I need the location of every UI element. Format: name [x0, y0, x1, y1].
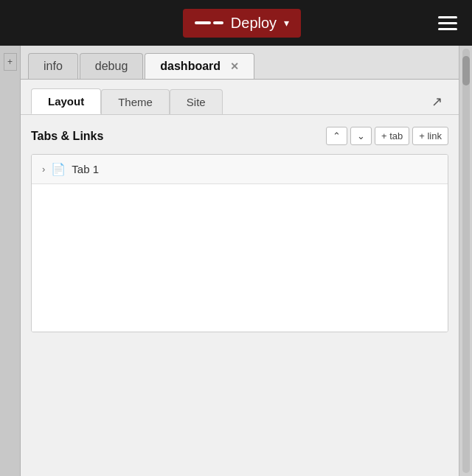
tabs-links-header: Tabs & Links ⌃ ⌄ + tab + link — [31, 127, 448, 145]
tab-info[interactable]: info — [28, 53, 78, 79]
add-link-button[interactable]: + link — [412, 127, 448, 145]
navbar: Deploy ▾ — [0, 0, 472, 46]
external-link-button[interactable]: ↗ — [426, 91, 448, 113]
add-tab-label: + tab — [381, 130, 403, 141]
sub-tab-layout-label: Layout — [48, 95, 84, 108]
inner-panel: Layout Theme Site ↗ Tabs & Links — [21, 80, 459, 476]
move-down-button[interactable]: ⌄ — [350, 127, 372, 145]
sub-tab-site[interactable]: Site — [170, 89, 223, 114]
sub-tab-layout[interactable]: Layout — [31, 88, 101, 114]
hamburger-menu-button[interactable] — [435, 13, 460, 33]
main-container: + info debug dashboard ✕ Layout — [0, 46, 472, 476]
chevron-up-icon: ⌃ — [333, 130, 341, 141]
deploy-label: Deploy — [231, 15, 277, 32]
navbar-center: Deploy ▾ — [183, 9, 301, 38]
right-sidebar-strip — [459, 46, 472, 476]
move-up-button[interactable]: ⌃ — [326, 127, 347, 145]
external-link-icon: ↗ — [431, 94, 442, 109]
sub-tab-site-label: Site — [187, 96, 206, 108]
tab-debug-label: debug — [95, 60, 128, 72]
deploy-logo-icon — [195, 21, 223, 24]
hamburger-line — [438, 28, 457, 30]
tabs-links-section: Tabs & Links ⌃ ⌄ + tab + link — [21, 115, 459, 340]
chevron-right-icon: › — [42, 164, 45, 175]
add-link-label: + link — [419, 130, 442, 141]
page-icon: 📄 — [51, 162, 66, 176]
hamburger-line — [438, 22, 457, 24]
scrollbar-track[interactable] — [462, 49, 470, 473]
deploy-button[interactable]: Deploy ▾ — [183, 9, 301, 38]
tab-list-item-label: Tab 1 — [72, 163, 99, 175]
tab-bar: info debug dashboard ✕ — [21, 46, 459, 80]
sub-tab-theme-label: Theme — [118, 96, 153, 108]
chevron-down-icon: ▾ — [284, 17, 289, 29]
left-panel-toggle[interactable]: + — [4, 53, 17, 71]
tab-list-container: › 📄 Tab 1 — [31, 154, 448, 332]
tab-list-body — [32, 184, 448, 332]
tab-dashboard-label: dashboard — [160, 60, 221, 72]
add-tab-button[interactable]: + tab — [375, 127, 409, 145]
tabs-links-controls: ⌃ ⌄ + tab + link — [326, 127, 448, 145]
left-sidebar-strip: + — [0, 46, 21, 476]
tab-dashboard[interactable]: dashboard ✕ — [145, 53, 254, 79]
sub-tab-theme[interactable]: Theme — [101, 89, 170, 114]
hamburger-line — [438, 16, 457, 18]
sub-tab-bar: Layout Theme Site ↗ — [21, 80, 459, 115]
tab-info-label: info — [44, 60, 63, 72]
scrollbar-thumb[interactable] — [462, 56, 470, 85]
tab-debug[interactable]: debug — [80, 53, 144, 79]
tab-close-icon[interactable]: ✕ — [230, 60, 239, 72]
tabs-links-title: Tabs & Links — [31, 130, 326, 143]
content-area: info debug dashboard ✕ Layout Theme — [21, 46, 459, 476]
tab-list-item[interactable]: › 📄 Tab 1 — [32, 155, 448, 184]
chevron-down-icon: ⌄ — [357, 130, 365, 141]
